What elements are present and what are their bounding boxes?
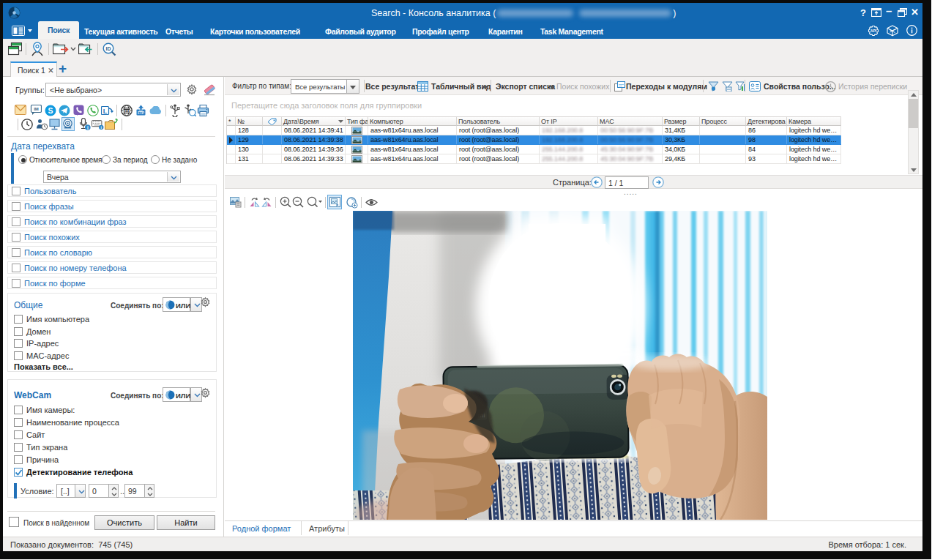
- svg-text:S: S: [48, 106, 53, 115]
- svg-text:FTP: FTP: [138, 111, 144, 115]
- svg-text:API: API: [871, 29, 877, 33]
- svg-text:HTTP: HTTP: [123, 110, 130, 113]
- svg-text:IM: IM: [34, 107, 39, 111]
- svg-text:L: L: [103, 108, 108, 115]
- svg-text:i: i: [87, 125, 89, 130]
- svg-text:ID: ID: [106, 46, 111, 51]
